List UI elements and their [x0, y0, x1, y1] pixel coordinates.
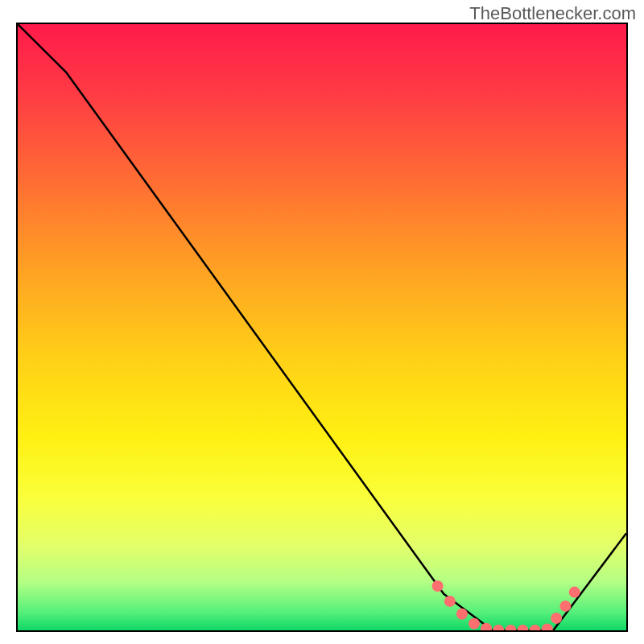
marker-dot: [542, 624, 553, 631]
marker-dot: [493, 625, 504, 630]
bottleneck-curve: [18, 24, 626, 630]
chart-svg: [18, 24, 626, 630]
attribution-text: TheBottlenecker.com: [469, 3, 636, 24]
marker-dot: [559, 601, 571, 612]
chart-frame: TheBottlenecker.com: [0, 0, 644, 644]
marker-dot: [444, 596, 456, 607]
marker-dot: [518, 625, 529, 630]
marker-dot: [530, 625, 541, 630]
marker-dot: [469, 618, 480, 630]
marker-dot: [551, 613, 562, 624]
marker-dots: [432, 580, 580, 630]
marker-dot: [432, 580, 444, 592]
plot-area: [16, 23, 628, 632]
marker-dot: [456, 609, 468, 620]
marker-dot: [569, 587, 580, 598]
marker-dot: [505, 625, 516, 630]
curve-path: [18, 24, 626, 630]
